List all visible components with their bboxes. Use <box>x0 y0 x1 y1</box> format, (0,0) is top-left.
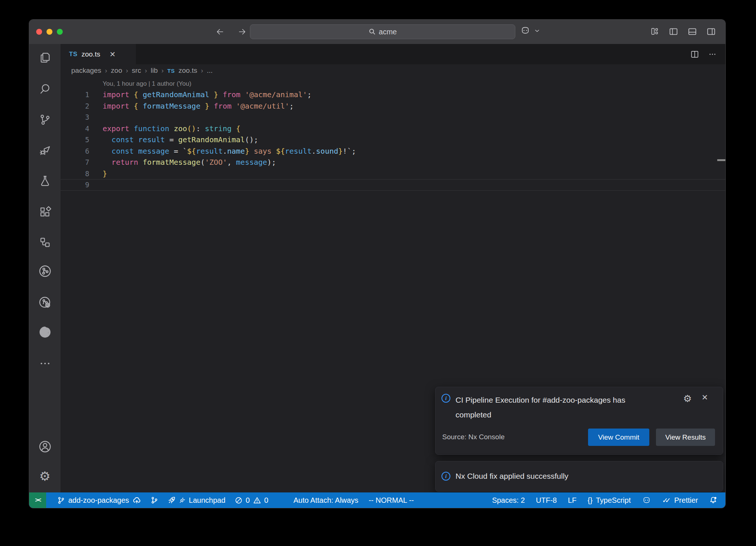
forward-arrow-icon[interactable] <box>236 25 248 38</box>
chevron-right-icon: › <box>161 67 164 75</box>
toggle-sidebar-icon[interactable] <box>668 26 679 37</box>
code-lines: 1import { getRandomAnimal } from '@acme/… <box>61 89 725 191</box>
edge-browser-icon[interactable] <box>29 321 61 343</box>
editor-actions <box>690 44 717 64</box>
notification-close[interactable]: ✕ <box>701 393 708 402</box>
bell-icon <box>709 496 717 504</box>
line-number: 9 <box>61 181 94 189</box>
status-bar: >< add-zoo-packages Launchpad 0 <box>29 492 725 508</box>
typescript-file-icon: TS <box>167 68 175 74</box>
problems-status[interactable]: 0 0 <box>235 496 268 505</box>
notification-message: Nx Cloud fix applied successfully <box>456 469 655 484</box>
breadcrumb-item[interactable]: lib <box>151 66 158 75</box>
breadcrumb-item[interactable]: packages <box>71 66 101 75</box>
search-value: acme <box>379 28 397 36</box>
accounts-icon[interactable] <box>29 436 61 458</box>
activity-bar: ⚙ <box>29 44 61 492</box>
code-text: return formatMessage('ZOO', message); <box>103 158 276 167</box>
source-control-graph-icon <box>150 496 158 504</box>
settings-gear-icon[interactable]: ⚙ <box>29 465 61 487</box>
typescript-file-icon: TS <box>69 51 78 58</box>
search-icon <box>368 28 376 35</box>
line-number: 1 <box>61 91 94 99</box>
language-label: TypeScript <box>596 496 630 505</box>
git-branch-status[interactable]: add-zoo-packages <box>57 496 141 505</box>
cloud-upload-icon <box>133 496 141 505</box>
zoom-window-button[interactable] <box>57 29 63 35</box>
copilot-menu[interactable] <box>520 25 540 36</box>
indentation-status[interactable]: Spaces: 2 <box>492 496 525 505</box>
tab-label: zoo.ts <box>82 50 100 58</box>
info-icon: i <box>441 394 450 403</box>
language-status[interactable]: {} TypeScript <box>588 496 631 505</box>
code-line-1: 1import { getRandomAnimal } from '@acme/… <box>61 89 725 100</box>
overview-ruler-mark <box>717 159 725 161</box>
project-structure-icon[interactable] <box>29 231 61 253</box>
breadcrumb-tail[interactable]: ... <box>207 66 213 75</box>
minimize-window-button[interactable] <box>47 29 52 35</box>
close-window-button[interactable] <box>36 29 42 35</box>
code-line-2: 2import { formatMessage } from '@acme/ut… <box>61 100 725 112</box>
notifications-bell[interactable] <box>709 496 717 504</box>
code-text: export function zoo(): string { <box>103 124 240 133</box>
more-views-icon[interactable] <box>29 352 61 375</box>
launchpad-status[interactable]: Launchpad <box>168 496 226 505</box>
encoding-status[interactable]: UTF-8 <box>536 496 557 505</box>
git-blame-annotation: You, 1 hour ago | 1 author (You) <box>103 80 191 88</box>
testing-icon[interactable] <box>29 170 61 192</box>
close-tab-icon[interactable]: ✕ <box>109 50 116 59</box>
view-commit-button[interactable]: View Commit <box>588 429 649 446</box>
notification-settings[interactable]: ⚙ <box>683 393 692 405</box>
more-actions-icon[interactable] <box>708 50 717 59</box>
command-center-search[interactable]: acme <box>250 24 515 39</box>
code-line-8: 8} <box>61 168 725 180</box>
explorer-icon[interactable] <box>29 47 61 69</box>
remote-indicator[interactable]: >< <box>29 492 46 508</box>
code-text: import { formatMessage } from '@acme/uti… <box>103 102 294 110</box>
nx-console-icon[interactable] <box>29 260 61 282</box>
formatter-status[interactable]: ✓✓ Prettier <box>662 496 698 505</box>
code-line-3: 3 <box>61 112 725 123</box>
back-arrow-icon[interactable] <box>214 25 226 38</box>
eol-status[interactable]: LF <box>568 496 577 505</box>
search-icon[interactable] <box>29 78 61 100</box>
chevron-right-icon: › <box>201 67 203 75</box>
source-control-graph-status[interactable] <box>150 496 158 504</box>
breadcrumb-file[interactable]: zoo.ts <box>179 66 197 75</box>
breadcrumb-item[interactable]: zoo <box>111 66 122 75</box>
toggle-secondary-sidebar-icon[interactable] <box>705 26 717 37</box>
copilot-icon[interactable] <box>642 496 651 505</box>
vim-mode-status[interactable]: -- NORMAL -- <box>369 496 414 505</box>
code-text: import { getRandomAnimal } from '@acme/a… <box>103 90 312 99</box>
chevron-right-icon: › <box>126 67 128 75</box>
extensions-icon[interactable] <box>29 201 61 223</box>
warning-icon <box>253 496 261 504</box>
info-icon: i <box>441 472 450 481</box>
tab-zoo-ts[interactable]: TS zoo.ts ✕ <box>61 44 136 64</box>
run-and-debug-icon[interactable] <box>29 139 61 161</box>
breadcrumb-item[interactable]: src <box>132 66 141 75</box>
plug-icon <box>179 497 186 504</box>
toggle-panel-icon[interactable] <box>687 26 698 37</box>
desktop: acme <box>0 0 756 546</box>
history-navigation <box>214 25 248 38</box>
branch-name: add-zoo-packages <box>68 496 129 505</box>
notification-source: Source: Nx Console <box>442 433 505 441</box>
nx-project-graph-icon[interactable] <box>29 291 61 314</box>
auto-attach-status[interactable]: Auto Attach: Always <box>293 496 358 505</box>
formatter-label: Prettier <box>674 496 698 505</box>
code-line-9: 9 <box>61 179 725 191</box>
notification-toast-ci-pipeline: i CI Pipeline Execution for #add-zoo-pac… <box>435 387 723 455</box>
chevron-right-icon: › <box>145 67 147 75</box>
source-control-icon[interactable] <box>29 109 61 131</box>
code-text: const result = getRandomAnimal(); <box>103 135 258 144</box>
line-number: 5 <box>61 136 94 144</box>
vscode-window: acme <box>29 19 726 508</box>
split-editor-icon[interactable] <box>690 50 700 59</box>
rocket-icon <box>168 496 176 504</box>
line-number: 4 <box>61 124 94 133</box>
double-check-icon: ✓✓ <box>662 496 671 505</box>
customize-layout-icon[interactable] <box>649 26 660 37</box>
view-results-button[interactable]: View Results <box>656 429 715 446</box>
code-text: } <box>103 169 107 178</box>
